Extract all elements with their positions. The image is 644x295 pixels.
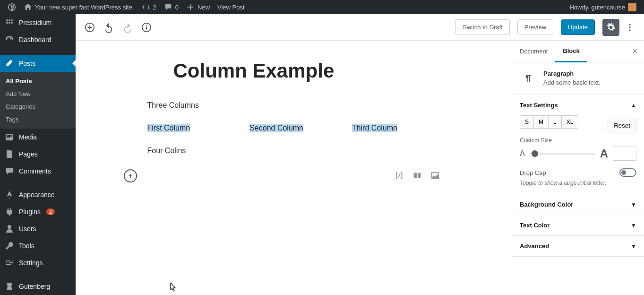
- updates[interactable]: 2: [138, 3, 160, 11]
- svg-point-0: [6, 19, 8, 21]
- update-button[interactable]: Update: [561, 19, 595, 35]
- wp-logo[interactable]: [4, 3, 20, 11]
- paragraph-block[interactable]: Three Columns: [147, 101, 440, 110]
- post-title[interactable]: Column Example: [173, 60, 440, 82]
- block-appender: [124, 169, 440, 182]
- submenu-tags[interactable]: Tags: [0, 113, 76, 126]
- column-text: Second Column: [249, 124, 303, 132]
- svg-point-9: [629, 26, 630, 28]
- switch-draft-button[interactable]: Switch to Draft: [455, 19, 510, 35]
- svg-point-10: [629, 29, 630, 31]
- size-l-button[interactable]: L: [548, 115, 562, 129]
- drop-cap-toggle[interactable]: [619, 168, 636, 177]
- admin-bar: Your new super fast WordPress site. 2 0 …: [0, 0, 644, 14]
- add-block-inline-button[interactable]: [124, 169, 137, 182]
- advanced-panel: Advanced▼: [512, 236, 644, 257]
- sidebar-item-settings[interactable]: Settings: [0, 254, 76, 271]
- comments-bubble[interactable]: 0: [160, 3, 182, 11]
- settings-tabs: Document Block ×: [512, 41, 644, 62]
- site-title: Your new super fast WordPress site.: [35, 4, 134, 11]
- undo-button[interactable]: [100, 19, 117, 36]
- reset-size-button[interactable]: Reset: [608, 119, 636, 132]
- text-settings-header[interactable]: Text Settings▲: [512, 95, 644, 115]
- sidebar-item-label: Users: [19, 225, 36, 233]
- svg-point-2: [11, 19, 13, 21]
- svg-point-1: [9, 19, 10, 21]
- sidebar-item-label: Gutenberg: [19, 283, 50, 290]
- svg-rect-11: [413, 173, 416, 178]
- advanced-header[interactable]: Advanced▼: [512, 236, 644, 256]
- size-s-button[interactable]: S: [520, 115, 534, 129]
- editor-header: Switch to Draft Preview Update: [76, 14, 644, 41]
- sidebar-item-label: Comments: [19, 167, 51, 175]
- new-label: New: [197, 4, 210, 11]
- sidebar-item-pressidium[interactable]: Pressidium: [0, 14, 76, 31]
- size-m-button[interactable]: M: [533, 115, 549, 129]
- column-3[interactable]: Third Column: [352, 124, 440, 132]
- submenu-categories[interactable]: Categories: [0, 100, 76, 113]
- more-options-button[interactable]: [621, 19, 638, 36]
- posts-submenu: All Posts Add New Categories Tags: [0, 72, 76, 129]
- settings-toggle-button[interactable]: [602, 19, 619, 36]
- sidebar-item-dashboard[interactable]: Dashboard: [0, 31, 76, 48]
- font-size-input[interactable]: [613, 147, 636, 161]
- svg-point-5: [11, 22, 13, 24]
- sidebar-item-posts[interactable]: Posts: [0, 55, 76, 72]
- redo-button[interactable]: [119, 19, 136, 36]
- block-info-panel: Paragraph Add some basic text.: [512, 62, 644, 95]
- sidebar-item-gutenberg[interactable]: Gutenberg: [0, 278, 76, 295]
- sidebar-item-label: Settings: [19, 259, 43, 267]
- sidebar-item-appearance[interactable]: Appearance: [0, 186, 76, 203]
- sidebar-item-pages[interactable]: Pages: [0, 146, 76, 163]
- submenu-add-new[interactable]: Add New: [0, 87, 76, 100]
- column-text: Third Column: [352, 124, 397, 132]
- text-settings-panel: Text Settings▲ S M L XL Reset Custom Siz…: [512, 95, 644, 194]
- sidebar-item-label: Posts: [19, 60, 35, 67]
- sidebar-item-tools[interactable]: Tools: [0, 237, 76, 254]
- settings-sidebar: Document Block × Paragraph Add some basi…: [512, 41, 644, 295]
- chevron-down-icon: ▼: [631, 243, 636, 250]
- text-color-header[interactable]: Text Color▼: [512, 215, 644, 235]
- site-home[interactable]: Your new super fast WordPress site.: [20, 3, 138, 11]
- column-2[interactable]: Second Column: [249, 124, 338, 132]
- column-1[interactable]: First Column: [147, 124, 236, 132]
- size-xl-button[interactable]: XL: [561, 115, 579, 129]
- image-icon[interactable]: [430, 170, 440, 182]
- tab-block[interactable]: Block: [555, 41, 587, 62]
- sidebar-item-label: Plugins: [19, 208, 41, 216]
- paragraph-block[interactable]: Four Colins: [147, 147, 440, 155]
- info-button[interactable]: [138, 19, 155, 36]
- view-label: View Post: [217, 4, 245, 11]
- a-big-icon: A: [600, 147, 608, 160]
- sidebar-item-comments[interactable]: Comments: [0, 163, 76, 180]
- editor: Switch to Draft Preview Update Column Ex…: [76, 14, 644, 295]
- chevron-up-icon: ▲: [631, 102, 636, 109]
- sidebar-item-media[interactable]: Media: [0, 129, 76, 146]
- quick-inserter: [394, 170, 440, 182]
- preview-button[interactable]: Preview: [517, 19, 553, 35]
- shortcode-icon[interactable]: [394, 170, 404, 182]
- comments-count: 0: [175, 4, 179, 11]
- new-link[interactable]: New: [182, 3, 214, 11]
- sidebar-item-users[interactable]: Users: [0, 220, 76, 237]
- columns-icon[interactable]: [412, 170, 422, 182]
- bg-color-header[interactable]: Background Color▼: [512, 194, 644, 215]
- sidebar-item-label: Tools: [19, 242, 34, 250]
- close-settings-button[interactable]: ×: [626, 46, 644, 56]
- editor-canvas[interactable]: Column Example Three Columns First Colum…: [76, 41, 512, 295]
- text-color-panel: Text Color▼: [512, 215, 644, 236]
- sidebar-item-label: Appearance: [19, 191, 55, 199]
- sidebar-item-plugins[interactable]: Plugins2: [0, 203, 76, 220]
- submenu-all-posts[interactable]: All Posts: [0, 75, 76, 87]
- paragraph-icon: [520, 70, 537, 87]
- howdy-user[interactable]: Howdy, gutencourse: [566, 3, 640, 11]
- tab-document[interactable]: Document: [512, 41, 555, 61]
- howdy-label: Howdy, gutencourse: [569, 4, 625, 11]
- font-size-slider[interactable]: [530, 153, 595, 155]
- svg-rect-12: [417, 173, 420, 178]
- view-post-link[interactable]: View Post: [214, 4, 249, 11]
- drop-cap-label: Drop Cap: [520, 169, 546, 176]
- sidebar-item-label: Pressidium: [19, 19, 52, 26]
- add-block-button[interactable]: [81, 19, 98, 36]
- columns-block[interactable]: First Column Second Column Third Column: [147, 124, 440, 132]
